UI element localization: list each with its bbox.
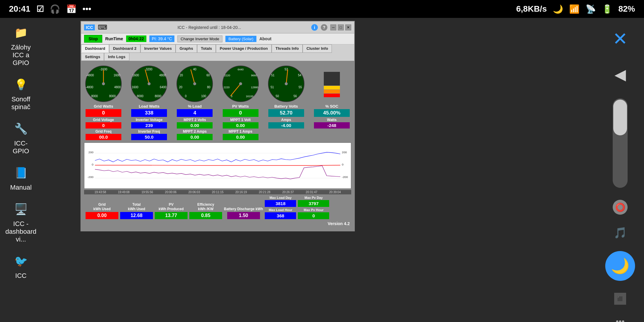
scroll-thumb[interactable] <box>613 100 627 135</box>
svg-rect-55 <box>324 72 340 86</box>
runtime-label: RunTime <box>105 36 123 41</box>
change-mode-button[interactable]: Change Inverter Mode <box>177 35 222 42</box>
tab-power-usage[interactable]: Power Usage / Production <box>216 44 272 53</box>
bottom-stats: GridkWh Used 0.00 TotalkWh Used 12.68 PV… <box>84 194 351 228</box>
scroll-track[interactable] <box>613 98 628 188</box>
svg-point-39 <box>239 82 242 85</box>
icc-gpio-icon: 🔧 <box>12 120 30 138</box>
svg-text:8000: 8000 <box>137 95 144 98</box>
stat-battery-discharge-value: 1.50 <box>227 212 260 219</box>
tab-totals[interactable]: Totals <box>197 44 216 53</box>
svg-text:1600: 1600 <box>114 74 120 77</box>
x-label-1: 19:49:08 <box>118 191 130 194</box>
gauge-grid-watts-value: 0 <box>86 109 121 117</box>
pi-temp: PI: 39.4 °C <box>149 35 174 42</box>
stat-pv-kwh-label: PVkWh Produced <box>159 202 184 211</box>
svg-rect-53 <box>324 90 340 93</box>
svg-rect-52 <box>324 94 340 97</box>
tab-info-logs[interactable]: Info Logs <box>104 53 129 61</box>
gauge-mppt2-amps-value: 0.00 <box>177 134 213 140</box>
desktop-icon-icc-gpio[interactable]: 🔧 ICC-GPIO <box>6 120 36 155</box>
tab-graphs[interactable]: Graphs <box>176 44 197 53</box>
gauge-watts-value: -248 <box>314 122 350 129</box>
close-window-button[interactable]: ✕ <box>345 24 351 30</box>
desktop-icon-manual[interactable]: 📘 Manual <box>6 164 36 191</box>
more-dots[interactable]: ••• <box>616 317 624 322</box>
gauge-pv-watts-circle: 6440 2220 9660 2220 12880 0 16100 <box>221 64 260 103</box>
icc-logo: ICC <box>84 24 95 30</box>
svg-text:9660: 9660 <box>251 74 257 77</box>
gauge-soc-label: % SOC <box>325 104 338 109</box>
gauge-grid-watts-circle: -1600 -4800 1600 -4800 4800 8000 8000 <box>84 64 123 103</box>
svg-text:4800: 4800 <box>159 74 166 77</box>
x-label-3: 20:00:06 <box>165 191 177 194</box>
battery-percent: 82% <box>618 4 635 14</box>
stat-total-kwh-value: 12.68 <box>120 212 153 219</box>
gauge-pct-load-circle: 40 20 60 20 80 0 100 <box>175 64 214 103</box>
desktop-icon-sonoff[interactable]: 💡 Sonoff spinač <box>6 76 36 111</box>
headphone-icon: 🎧 <box>50 4 60 14</box>
svg-text:12880: 12880 <box>251 86 258 89</box>
about-button[interactable]: About <box>259 36 271 41</box>
max-pv-hour: Max Pv Hour 0 <box>298 208 329 219</box>
gauge-grid-watts: -1600 -4800 1600 -4800 4800 8000 8000 <box>84 64 123 140</box>
tab-dashboard[interactable]: Dashboard <box>81 44 109 53</box>
desktop-icon-dashboard[interactable]: 🖥️ ICC - dashboard vi... <box>6 200 36 243</box>
svg-point-19 <box>148 82 151 85</box>
x-label-7: 20:21:28 <box>259 191 270 194</box>
svg-text:-4800: -4800 <box>86 86 93 89</box>
max-load-day: Max Load Day 3818 <box>265 196 296 207</box>
max-load-day-value: 3818 <box>265 200 296 207</box>
desktop-icon-icc[interactable]: 🐦 ICC <box>6 252 36 280</box>
status-right: 6,8KB/s 🌙 📶 📡 🔋 82% <box>516 4 635 14</box>
gauge-soc-value: 45.00% <box>314 109 350 117</box>
dots-icon: ••• <box>83 4 91 14</box>
x-label-0: 19:43:58 <box>95 191 106 194</box>
desktop-icon-folder[interactable]: 📁 Zálohy ICC a GPIO <box>6 24 36 67</box>
manual-icon: 📘 <box>12 164 30 182</box>
maximize-button[interactable]: □ <box>338 24 344 30</box>
x-label-5: 20:11:15 <box>212 191 224 194</box>
gauge-grid-watts-label: Grid Watts <box>94 104 113 109</box>
gauge-mppt2-amps-label: MPPT 2 Amps <box>183 129 207 134</box>
tab-dashboard2[interactable]: Dashboard 2 <box>109 44 140 53</box>
square-button[interactable]: ⬛ <box>614 293 626 305</box>
gauge-battery-volts-circle: 53 51 54 51 55 50 56 <box>267 64 306 103</box>
svg-text:6400: 6400 <box>160 86 167 89</box>
x-label-6: 20:16:19 <box>235 191 247 194</box>
back-button[interactable]: ◀ <box>613 63 628 86</box>
gauge-watts-label: Watts <box>327 118 337 122</box>
stat-total-kwh-label: TotalkWh Used <box>128 202 145 211</box>
music-icon: 🎵 <box>614 227 627 239</box>
x-label-8: 20:26:37 <box>282 191 294 194</box>
svg-text:20: 20 <box>180 74 183 77</box>
gauge-pv-watts-label: PV Watts <box>232 104 249 109</box>
max-pv-day-label: Max Pv Day <box>304 196 323 199</box>
svg-text:51: 51 <box>270 86 274 89</box>
svg-text:0: 0 <box>185 95 187 98</box>
close-button[interactable]: ✕ <box>608 27 632 51</box>
tab-threads-info[interactable]: Threads Info <box>272 44 303 53</box>
gauge-grid-voltage-label: Grid Voltage <box>93 118 114 122</box>
svg-text:60: 60 <box>207 74 210 77</box>
tab-settings[interactable]: Settings <box>81 53 104 61</box>
max-load-hour: Max Load Hour 368 <box>265 208 296 219</box>
circle-button[interactable]: ⭕ <box>613 200 628 215</box>
tab-inverter-values[interactable]: Inverter Values <box>140 44 176 53</box>
svg-text:2220: 2220 <box>224 86 230 89</box>
night-mode-button[interactable]: 🌙 <box>605 251 635 281</box>
svg-text:56: 56 <box>293 95 297 98</box>
stop-button[interactable]: Stop <box>84 35 102 43</box>
svg-text:6440: 6440 <box>238 68 244 71</box>
minimize-button[interactable]: ─ <box>330 24 336 30</box>
tab-cluster-info[interactable]: Cluster Info <box>303 44 332 53</box>
svg-text:200: 200 <box>89 151 94 154</box>
svg-text:-200: -200 <box>87 176 94 179</box>
svg-text:80: 80 <box>207 86 211 89</box>
gauge-grid-freq-label: Grid Freq <box>95 129 112 134</box>
clock: 20:41 <box>9 4 30 14</box>
gauge-inverter-voltage-label: Inverter Voltage <box>136 118 162 122</box>
svg-text:8000: 8000 <box>109 95 116 98</box>
icc-label: ICC <box>15 272 27 280</box>
svg-text:3200: 3200 <box>146 68 153 71</box>
